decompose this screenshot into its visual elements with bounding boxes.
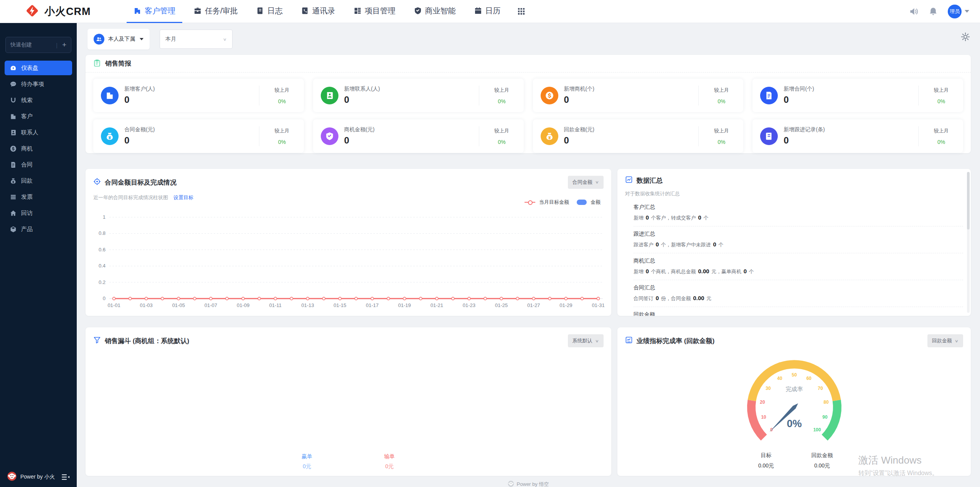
gauge-stat-value: 0.00元	[801, 462, 844, 469]
svg-text:01-15: 01-15	[333, 302, 346, 308]
summary-scrollbar-thumb[interactable]	[967, 172, 970, 229]
stat-card-4[interactable]: 合同金额(元)0较上月0%	[93, 119, 304, 153]
divider	[918, 126, 919, 146]
volume-icon[interactable]	[909, 7, 919, 16]
compare-label: 较上月	[707, 87, 736, 94]
receivable-icon	[101, 127, 119, 145]
funnel-win-value: 0元	[284, 463, 330, 470]
stat-card-5[interactable]: 商机金额(元)0较上月0%	[313, 119, 524, 153]
contacts-icon	[321, 87, 338, 104]
sidebar-item-1[interactable]: 待办事项	[5, 77, 72, 91]
stat-card-label: 回款金额(元)	[564, 126, 690, 133]
sidebar-item-9[interactable]: 回访	[5, 206, 72, 220]
stat-card-label: 新增合同(个)	[784, 86, 910, 92]
sidebar-item-3[interactable]: 客户	[5, 109, 72, 124]
quick-create-button[interactable]: 快速创建 | +	[5, 37, 71, 53]
chevron-down-icon: ∨	[955, 338, 959, 343]
sidebar-item-2[interactable]: 线索	[5, 93, 72, 107]
stat-card-0[interactable]: 新增客户(人)0较上月0%	[93, 79, 304, 112]
clipboard-icon	[93, 59, 101, 68]
logo-text: 小火CRM	[45, 5, 91, 18]
sidebar-item-7[interactable]: 回款	[5, 173, 72, 188]
scope-filter-button[interactable]: 本人及下属	[87, 29, 150, 50]
funnel-group-dropdown-value: 系统默认	[572, 337, 592, 344]
summary-section-title: 客户汇总	[634, 204, 963, 211]
sidebar-item-label-1: 待办事项	[21, 81, 44, 88]
summary-section-2: 商机汇总新增 0 个商机，商机总金额 0.00 元，赢单商机 0 个	[634, 253, 963, 280]
sidebar-item-4[interactable]: 联系人	[5, 125, 72, 140]
gauge-metric-dropdown-value: 回款金额	[932, 337, 952, 344]
sidebar-footer-text: Power by 小火	[20, 474, 58, 480]
contract-amount-dropdown[interactable]: 合同金额 ∨	[568, 176, 604, 189]
gauge-metric-dropdown[interactable]: 回款金额 ∨	[927, 334, 963, 347]
stat-card-value: 0	[344, 135, 470, 146]
stat-card-2[interactable]: 新增商机(个)0较上月0%	[533, 79, 744, 112]
top-nav-item-3[interactable]: 通讯录	[294, 0, 342, 23]
top-nav-item-2[interactable]: 日志	[249, 0, 290, 23]
svg-text:1: 1	[103, 214, 106, 220]
top-nav-item-6[interactable]: 日历	[467, 0, 508, 23]
nav-bi-icon	[414, 7, 422, 15]
top-nav-item-1[interactable]: 任务/审批	[187, 0, 245, 23]
bell-icon[interactable]	[929, 7, 938, 16]
sidebar-item-6[interactable]: 合同	[5, 157, 72, 172]
app-logo[interactable]: 小火CRM	[0, 3, 127, 20]
legend-line-marker	[525, 202, 535, 203]
user-menu[interactable]: 理员	[948, 5, 969, 18]
divider	[259, 86, 259, 106]
svg-text:80: 80	[823, 400, 829, 405]
receivable-icon	[541, 127, 558, 145]
period-select[interactable]: 本月 ∨	[160, 30, 233, 49]
funnel-lose-stat[interactable]: 输单 0元	[366, 453, 412, 470]
top-nav-label-1: 任务/审批	[205, 6, 238, 16]
product-icon	[10, 226, 16, 233]
contract-target-title: 合同金额目标及完成情况	[105, 178, 177, 187]
top-nav-item-4[interactable]: 项目管理	[347, 0, 403, 23]
stat-card-1[interactable]: 新增联系人(人)0较上月0%	[313, 79, 524, 112]
summary-section-1: 跟进汇总跟进客户 0 个，新增客户中未跟进 0 个	[634, 226, 963, 253]
topbar-right: 理员	[909, 5, 980, 18]
contract-icon	[760, 87, 778, 104]
compare-value: 0%	[488, 98, 516, 104]
sidebar-item-8[interactable]: 发票	[5, 190, 72, 204]
sidebar-item-10[interactable]: 产品	[5, 222, 72, 236]
nav-bi-icon	[321, 127, 338, 145]
compare-label: 较上月	[927, 127, 955, 134]
svg-text:01-17: 01-17	[366, 302, 378, 308]
sidebar-item-5[interactable]: 商机	[5, 141, 72, 156]
stat-card-value: 0	[564, 94, 690, 105]
svg-text:70: 70	[818, 386, 823, 391]
set-target-link[interactable]: 设置目标	[173, 194, 193, 201]
topbar: 小火CRM 客户管理任务/审批日志通讯录项目管理商业智能日历 理员	[0, 0, 980, 23]
top-nav-item-5[interactable]: 商业智能	[407, 0, 463, 23]
contract-target-header: 合同金额目标及完成情况 合同金额 ∨	[86, 169, 611, 189]
svg-text:0%: 0%	[787, 418, 802, 429]
plus-icon[interactable]: +	[62, 41, 66, 49]
stat-cards-grid: 新增客户(人)0较上月0%新增联系人(人)0较上月0%新增商机(个)0较上月0%…	[86, 73, 971, 153]
top-nav-item-0[interactable]: 客户管理	[127, 0, 182, 23]
divider	[479, 86, 479, 106]
svg-text:01-03: 01-03	[140, 302, 153, 308]
divider	[918, 86, 919, 106]
sidebar-item-label-8: 发票	[21, 193, 33, 201]
funnel-win-stat[interactable]: 赢单 0元	[284, 453, 330, 470]
chart-legend[interactable]: 当月目标金额 金额	[525, 199, 601, 206]
summary-scrollbar[interactable]	[967, 172, 970, 313]
performance-chart-icon	[625, 336, 633, 345]
dashboard-settings-gear-icon[interactable]	[961, 32, 970, 43]
contract-target-chart: 00.20.40.60.8101-0101-0301-0501-0701-090…	[89, 211, 607, 312]
sidebar-item-0[interactable]: 仪表盘	[5, 61, 72, 75]
stat-card-6[interactable]: 回款金额(元)0较上月0%	[533, 119, 744, 153]
apps-grid-icon[interactable]	[512, 8, 530, 15]
stat-card-7[interactable]: 新增跟进记录(条)0较上月0%	[752, 119, 963, 153]
sidebar-item-label-7: 回款	[21, 177, 33, 185]
collapse-menu-icon[interactable]	[61, 473, 70, 481]
sales-funnel-title: 销售漏斗 (商机组：系统默认)	[105, 337, 189, 345]
stat-card-3[interactable]: 新增合同(个)0较上月0%	[752, 79, 963, 112]
svg-text:40: 40	[777, 376, 782, 381]
avatar[interactable]: 理员	[948, 5, 962, 18]
summary-section-title: 商机汇总	[634, 258, 963, 264]
funnel-group-dropdown[interactable]: 系统默认 ∨	[568, 334, 604, 347]
divider	[479, 126, 479, 146]
sidebar-item-label-4: 联系人	[21, 129, 38, 136]
